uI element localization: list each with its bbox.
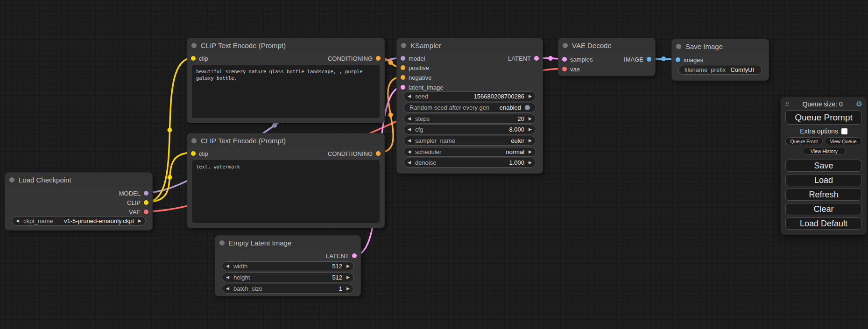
input-dot-model[interactable] bbox=[401, 56, 405, 61]
output-dot-conditioning[interactable] bbox=[376, 56, 381, 61]
output-dot-latent[interactable] bbox=[534, 56, 539, 61]
input-dot-vae[interactable] bbox=[562, 67, 567, 71]
input-dot-samples[interactable] bbox=[562, 57, 567, 62]
widget-scheduler[interactable]: ◀ scheduler normal ▶ bbox=[403, 147, 536, 157]
widget-seed[interactable]: ◀ seed 156680208700286 ▶ bbox=[403, 91, 536, 101]
load-button[interactable]: Load bbox=[785, 174, 862, 186]
increment-arrow-icon[interactable]: ▶ bbox=[529, 127, 532, 132]
input-slot-negative[interactable]: negative bbox=[401, 73, 431, 82]
collapse-dot-icon[interactable] bbox=[563, 43, 568, 48]
view-queue-button[interactable]: View Queue bbox=[825, 137, 862, 145]
output-dot-latent[interactable] bbox=[352, 253, 357, 258]
output-dot-image[interactable] bbox=[647, 57, 651, 62]
widget-sampler-name[interactable]: ◀ sampler_name euler ▶ bbox=[403, 136, 536, 146]
input-dot-negative[interactable] bbox=[401, 75, 405, 80]
node-header[interactable]: CLIP Text Encode (Prompt) bbox=[187, 133, 384, 147]
decrement-arrow-icon[interactable]: ◀ bbox=[226, 275, 229, 280]
node-header[interactable]: CLIP Text Encode (Prompt) bbox=[187, 38, 384, 52]
input-slot-latent-image[interactable]: latent_image bbox=[401, 83, 443, 92]
increment-arrow-icon[interactable]: ▶ bbox=[138, 219, 141, 223]
output-dot-clip[interactable] bbox=[144, 200, 148, 205]
input-slot-vae[interactable]: vae bbox=[562, 64, 580, 74]
drag-handle-icon[interactable]: ⠿ bbox=[785, 101, 790, 108]
widget-width[interactable]: ◀ width 512 ▶ bbox=[222, 261, 354, 271]
output-slot-image[interactable]: IMAGE bbox=[624, 55, 651, 64]
output-slot-vae[interactable]: VAE bbox=[129, 207, 148, 217]
increment-arrow-icon[interactable]: ▶ bbox=[529, 161, 532, 165]
collapse-dot-icon[interactable] bbox=[191, 138, 197, 143]
node-clip-text-encode-negative[interactable]: CLIP Text Encode (Prompt) clip CONDITION… bbox=[187, 133, 385, 228]
input-dot-clip[interactable] bbox=[191, 56, 196, 61]
queue-menu-panel[interactable]: ⠿ Queue size: 0 ⚙ Queue Prompt Extra opt… bbox=[780, 97, 867, 235]
collapse-dot-icon[interactable] bbox=[191, 43, 197, 48]
input-dot-images[interactable] bbox=[676, 57, 680, 62]
load-default-button[interactable]: Load Default bbox=[785, 217, 862, 230]
input-dot-positive[interactable] bbox=[401, 65, 405, 70]
output-slot-latent[interactable]: LATENT bbox=[326, 251, 357, 260]
decrement-arrow-icon[interactable]: ◀ bbox=[16, 219, 19, 223]
node-ksampler[interactable]: KSampler model positive negative latent_… bbox=[396, 38, 543, 174]
node-save-image[interactable]: Save Image images filename_prefix ComfyU… bbox=[671, 39, 769, 81]
prompt-textarea[interactable]: beautiful scenery nature glass bottle la… bbox=[192, 65, 380, 118]
decrement-arrow-icon[interactable]: ◀ bbox=[226, 287, 229, 291]
output-slot-conditioning[interactable]: CONDITIONING bbox=[328, 149, 381, 158]
collapse-dot-icon[interactable] bbox=[9, 177, 14, 182]
increment-arrow-icon[interactable]: ▶ bbox=[346, 264, 350, 268]
widget-steps[interactable]: ◀ steps 20 ▶ bbox=[403, 114, 536, 124]
extra-options-checkbox[interactable] bbox=[841, 128, 847, 134]
widget-batch-size[interactable]: ◀ batch_size 1 ▶ bbox=[222, 284, 354, 294]
clear-button[interactable]: Clear bbox=[785, 203, 862, 215]
output-dot-vae[interactable] bbox=[144, 210, 148, 214]
collapse-dot-icon[interactable] bbox=[676, 44, 681, 49]
input-dot-clip[interactable] bbox=[191, 151, 196, 156]
node-header[interactable]: KSampler bbox=[397, 38, 543, 52]
decrement-arrow-icon[interactable]: ◀ bbox=[408, 117, 411, 121]
node-header[interactable]: Load Checkpoint bbox=[5, 173, 152, 187]
output-slot-conditioning[interactable]: CONDITIONING bbox=[328, 54, 381, 63]
output-slot-model[interactable]: MODEL bbox=[119, 189, 148, 198]
widget-cfg[interactable]: ◀ cfg 8.000 ▶ bbox=[403, 125, 536, 134]
refresh-button[interactable]: Refresh bbox=[785, 189, 862, 201]
output-dot-conditioning[interactable] bbox=[376, 151, 381, 156]
output-slot-clip[interactable]: CLIP bbox=[127, 198, 148, 207]
increment-arrow-icon[interactable]: ▶ bbox=[529, 117, 532, 121]
increment-arrow-icon[interactable]: ▶ bbox=[529, 94, 532, 98]
output-slot-latent[interactable]: LATENT bbox=[508, 54, 539, 63]
input-dot-latent-image[interactable] bbox=[401, 85, 405, 90]
increment-arrow-icon[interactable]: ▶ bbox=[529, 139, 532, 143]
widget-height[interactable]: ◀ height 512 ▶ bbox=[222, 273, 354, 282]
node-load-checkpoint[interactable]: Load Checkpoint MODEL CLIP VAE ◀ ckpt_na… bbox=[5, 172, 153, 231]
decrement-arrow-icon[interactable]: ◀ bbox=[408, 139, 411, 143]
input-slot-samples[interactable]: samples bbox=[562, 55, 593, 64]
view-history-button[interactable]: View History bbox=[803, 147, 846, 155]
node-header[interactable]: Empty Latent Image bbox=[215, 236, 360, 250]
increment-arrow-icon[interactable]: ▶ bbox=[529, 150, 532, 154]
decrement-arrow-icon[interactable]: ◀ bbox=[226, 264, 229, 268]
prompt-textarea[interactable]: text, watermark bbox=[192, 160, 380, 223]
decrement-arrow-icon[interactable]: ◀ bbox=[408, 94, 411, 98]
decrement-arrow-icon[interactable]: ◀ bbox=[408, 161, 411, 165]
node-header[interactable]: VAE Decode bbox=[558, 38, 655, 52]
gear-icon[interactable]: ⚙ bbox=[856, 100, 862, 108]
queue-prompt-button[interactable]: Queue Prompt bbox=[785, 110, 862, 125]
increment-arrow-icon[interactable]: ▶ bbox=[346, 287, 350, 291]
increment-arrow-icon[interactable]: ▶ bbox=[346, 275, 350, 280]
node-header[interactable]: Save Image bbox=[672, 39, 769, 53]
save-button[interactable]: Save bbox=[785, 160, 862, 172]
widget-denoise[interactable]: ◀ denoise 1.000 ▶ bbox=[403, 158, 536, 168]
node-clip-text-encode-positive[interactable]: CLIP Text Encode (Prompt) clip CONDITION… bbox=[187, 38, 385, 123]
collapse-dot-icon[interactable] bbox=[401, 43, 406, 48]
node-vae-decode[interactable]: VAE Decode samples vae IMAGE bbox=[558, 38, 656, 76]
output-dot-model[interactable] bbox=[144, 191, 148, 196]
input-slot-model[interactable]: model bbox=[401, 54, 425, 63]
widget-ckpt-name[interactable]: ◀ ckpt_name v1-5-pruned-emaonly.ckpt ▶ bbox=[12, 216, 146, 226]
node-empty-latent-image[interactable]: Empty Latent Image LATENT ◀ width 512 ▶ … bbox=[215, 235, 361, 296]
widget-filename-prefix[interactable]: filename_prefix ComfyUI bbox=[678, 65, 762, 75]
decrement-arrow-icon[interactable]: ◀ bbox=[408, 150, 411, 154]
input-slot-images[interactable]: images bbox=[676, 55, 703, 64]
input-slot-positive[interactable]: positive bbox=[401, 63, 429, 72]
decrement-arrow-icon[interactable]: ◀ bbox=[408, 127, 411, 132]
toggle-indicator-icon[interactable] bbox=[525, 105, 530, 110]
input-slot-clip[interactable]: clip bbox=[191, 54, 208, 63]
collapse-dot-icon[interactable] bbox=[219, 240, 225, 245]
